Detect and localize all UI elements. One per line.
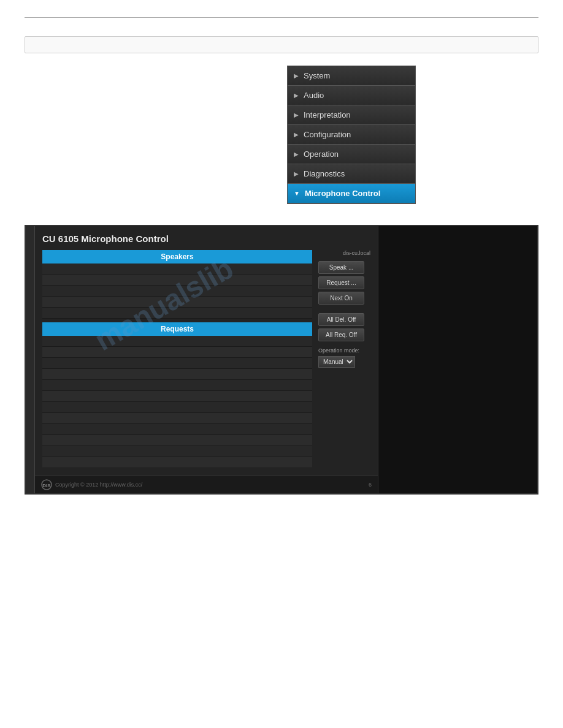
- screenshot-container: CU 6105 Microphone Control Speakers Requ…: [25, 225, 538, 495]
- requests-header: Requests: [42, 322, 312, 336]
- request-row-11: [42, 446, 312, 457]
- footer-copyright: Copyright © 2012 http://www.dis.cc/: [55, 482, 142, 488]
- request-row-9: [42, 424, 312, 435]
- operation-mode-select[interactable]: Manual: [318, 356, 355, 368]
- next-on-button[interactable]: Next On: [318, 292, 364, 305]
- nav-arrow-audio: ▶: [294, 92, 299, 99]
- cu-panel: CU 6105 Microphone Control Speakers Requ…: [35, 226, 378, 476]
- nav-arrow-operation: ▶: [294, 151, 299, 157]
- nav-arrow-diagnostics: ▶: [294, 170, 299, 177]
- request-row-1: [42, 336, 312, 347]
- all-del-off-button[interactable]: All Del. Off: [318, 313, 364, 326]
- request-row-5: [42, 380, 312, 391]
- speaker-row-1: [42, 264, 312, 275]
- footer-num: 6: [369, 482, 372, 488]
- nav-label-microphone-control: Microphone Control: [305, 189, 381, 198]
- nav-arrow-microphone-control: ▼: [294, 190, 300, 197]
- nav-label-system: System: [304, 71, 330, 80]
- request-row-6: [42, 391, 312, 402]
- nav-item-diagnostics[interactable]: ▶ Diagnostics: [288, 164, 415, 184]
- nav-label-operation: Operation: [304, 150, 339, 159]
- nav-item-system[interactable]: ▶ System: [288, 66, 415, 86]
- request-row-7: [42, 402, 312, 413]
- nav-label-configuration: Configuration: [304, 130, 351, 139]
- nav-label-interpretation: Interpretation: [304, 110, 351, 119]
- left-doc: [25, 66, 258, 213]
- screenshot-sidebar: [26, 226, 35, 493]
- dis-logo-icon: DIS: [41, 479, 52, 490]
- dis-cu-label: dis-cu.local: [318, 250, 370, 256]
- top-divider: [25, 17, 538, 18]
- speak-button[interactable]: Speak ...: [318, 261, 364, 274]
- speakers-header: Speakers: [42, 250, 312, 264]
- speaker-row-2: [42, 275, 312, 286]
- speaker-row-3: [42, 286, 312, 297]
- request-row-10: [42, 435, 312, 446]
- cu-tables: Speakers Requests: [42, 250, 312, 468]
- request-row-12: [42, 457, 312, 468]
- screenshot-main: CU 6105 Microphone Control Speakers Requ…: [35, 226, 378, 493]
- cu-title: CU 6105 Microphone Control: [42, 233, 370, 244]
- nav-item-microphone-control[interactable]: ▼ Microphone Control: [288, 184, 415, 203]
- nav-item-interpretation[interactable]: ▶ Interpretation: [288, 105, 415, 125]
- request-button[interactable]: Request ...: [318, 276, 364, 289]
- nav-arrow-configuration: ▶: [294, 131, 299, 138]
- cu-controls: dis-cu.local Speak ... Request ... Next …: [318, 250, 370, 468]
- cu-footer: DIS Copyright © 2012 http://www.dis.cc/ …: [35, 476, 378, 493]
- nav-item-configuration[interactable]: ▶ Configuration: [288, 125, 415, 145]
- footer-logo-area: DIS Copyright © 2012 http://www.dis.cc/: [41, 479, 142, 490]
- nav-menu: ▶ System ▶ Audio ▶ Interpretation ▶ Conf…: [287, 66, 416, 204]
- svg-text:DIS: DIS: [42, 483, 51, 488]
- screenshot-right-panel: [378, 226, 537, 493]
- nav-arrow-interpretation: ▶: [294, 112, 299, 118]
- top-area: [0, 0, 563, 17]
- search-bar[interactable]: [25, 36, 538, 53]
- operation-mode-label: Operation mode:: [318, 347, 370, 354]
- request-row-2: [42, 347, 312, 358]
- speaker-row-4: [42, 297, 312, 308]
- nav-label-diagnostics: Diagnostics: [304, 169, 345, 178]
- speaker-row-5: [42, 308, 312, 319]
- nav-arrow-system: ▶: [294, 72, 299, 79]
- nav-item-operation[interactable]: ▶ Operation: [288, 145, 415, 164]
- all-req-off-button[interactable]: All Req. Off: [318, 328, 364, 341]
- request-row-8: [42, 413, 312, 424]
- request-row-3: [42, 358, 312, 369]
- cu-layout: Speakers Requests: [42, 250, 370, 468]
- nav-label-audio: Audio: [304, 91, 324, 100]
- request-row-4: [42, 369, 312, 380]
- main-content: ▶ System ▶ Audio ▶ Interpretation ▶ Conf…: [25, 66, 538, 213]
- nav-item-audio[interactable]: ▶ Audio: [288, 86, 415, 105]
